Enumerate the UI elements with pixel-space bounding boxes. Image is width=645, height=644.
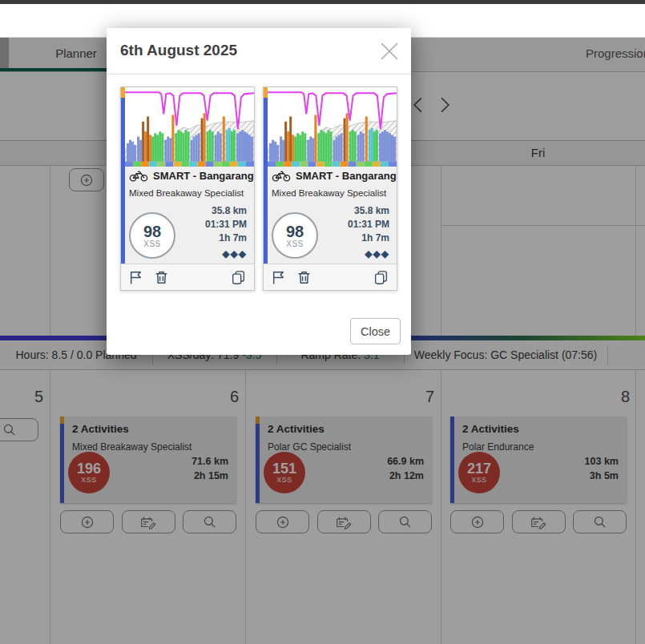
copy-icon[interactable]: [373, 269, 389, 285]
activity-stats: 35.8 km 01:31 PM 1h 7m ◆◆◆: [205, 204, 247, 261]
day-detail-modal: 6th August 2025 SMART - Bangarang Mixed …: [107, 28, 411, 355]
close-icon[interactable]: [377, 39, 401, 63]
difficulty-diamonds: ◆◆◆: [205, 248, 247, 261]
activity-duration: 1h 7m: [348, 231, 389, 245]
activity-start-time: 01:31 PM: [348, 218, 389, 231]
activity-stats: 35.8 km 01:31 PM 1h 7m ◆◆◆: [348, 204, 389, 261]
activity-start-time: 01:31 PM: [205, 218, 247, 231]
app-screen: Planner Progression Fri Hours: 8.5 / 0.0…: [0, 0, 645, 644]
flag-icon[interactable]: [271, 269, 287, 285]
copy-icon[interactable]: [231, 269, 247, 285]
xss-circle: 98 XSS: [272, 212, 318, 259]
xss-label: XSS: [143, 239, 161, 248]
modal-activity-list: SMART - Bangarang Mixed Breakaway Specia…: [120, 87, 397, 291]
activity-name: SMART - Bangarang: [296, 170, 397, 182]
activity-chart-thumbnail: [125, 87, 254, 167]
activity-duration: 1h 7m: [205, 231, 247, 245]
activity-distance: 35.8 km: [348, 204, 389, 218]
bike-icon: [272, 170, 291, 182]
activity-name-row: SMART - Bangarang: [272, 170, 397, 182]
xss-value: 98: [286, 223, 304, 239]
activity-card-1[interactable]: SMART - Bangarang Mixed Breakaway Specia…: [120, 87, 255, 291]
bike-icon: [129, 170, 148, 182]
activity-distance: 35.8 km: [205, 204, 247, 218]
activity-card-2[interactable]: SMART - Bangarang Mixed Breakaway Specia…: [263, 87, 397, 291]
activity-card-footer: [264, 264, 397, 290]
xss-value: 98: [143, 223, 161, 239]
modal-title: 6th August 2025: [120, 42, 237, 59]
flag-icon[interactable]: [128, 269, 144, 285]
close-button[interactable]: Close: [350, 318, 401, 344]
activity-focus: Mixed Breakaway Specialist: [129, 188, 244, 198]
activity-chart-thumbnail: [268, 87, 397, 167]
activity-name: SMART - Bangarang: [153, 170, 254, 182]
trash-icon[interactable]: [296, 269, 312, 285]
activity-card-footer: [121, 264, 254, 290]
trash-icon[interactable]: [154, 269, 170, 285]
activity-name-row: SMART - Bangarang: [129, 170, 254, 182]
modal-header: 6th August 2025: [107, 28, 411, 74]
xss-label: XSS: [286, 239, 304, 248]
xss-circle: 98 XSS: [129, 212, 175, 259]
activity-focus: Mixed Breakaway Specialist: [272, 188, 386, 198]
difficulty-diamonds: ◆◆◆: [348, 248, 389, 261]
